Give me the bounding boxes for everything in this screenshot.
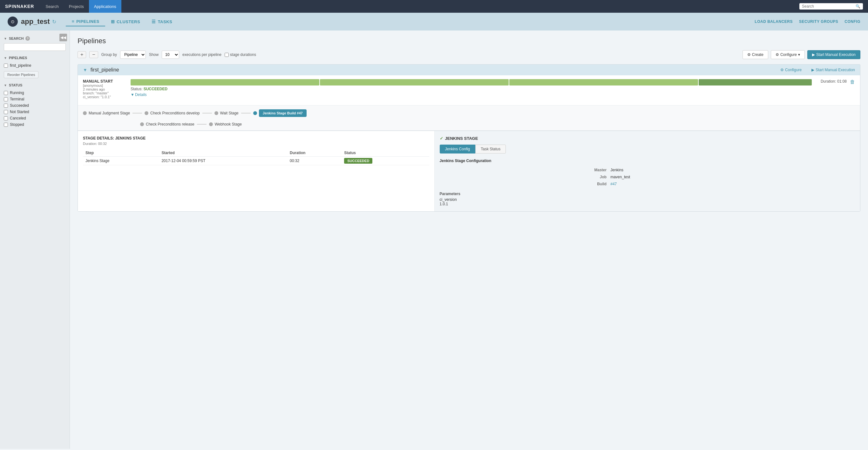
nav-search[interactable]: Search xyxy=(40,0,64,13)
group-by-select[interactable]: Pipeline xyxy=(120,51,146,59)
status-stopped-label[interactable]: Stopped xyxy=(10,122,24,127)
status-terminal-label[interactable]: Terminal xyxy=(10,97,24,101)
tab-pipelines[interactable]: ≡ PIPELINES xyxy=(66,17,105,26)
stage-node-2: Check Preconditions develop xyxy=(145,111,199,115)
pipeline-checkbox[interactable] xyxy=(4,64,8,68)
execution-branch: branch: "master" xyxy=(83,91,127,95)
param-value: 1.0.1 xyxy=(440,202,855,206)
row-status: SUCCEEDED xyxy=(342,157,429,165)
sidebar-collapse-button[interactable]: ◀◀ xyxy=(59,34,67,41)
status-section-header[interactable]: ▼ STATUS xyxy=(4,83,66,87)
pipeline-start-manual-link[interactable]: ▶ Start Manual Execution xyxy=(811,68,855,72)
task-status-tab[interactable]: Task Status xyxy=(475,145,506,153)
reorder-pipelines-button[interactable]: Reorder Pipelines xyxy=(4,71,38,78)
play-icon: ▶ xyxy=(812,53,815,57)
row-duration: 00:32 xyxy=(287,157,342,165)
chevron-down-icon: ▼ xyxy=(4,56,7,60)
pipeline-label[interactable]: first_pipeline xyxy=(10,63,31,68)
params-title: Parameters xyxy=(440,192,855,196)
toolbar-right: ⚙ Create ⚙ Configure ▾ ▶ Start Manual Ex… xyxy=(743,50,860,59)
tab-tasks[interactable]: ☰ TASKS xyxy=(146,17,178,26)
status-canceled-label[interactable]: Canceled xyxy=(10,116,26,120)
stage-details-panel: STAGE DETAILS: JENKINS STAGE Duration: 0… xyxy=(78,130,860,211)
stage-dot-2 xyxy=(145,111,148,115)
tab-clusters[interactable]: ⊞ CLUSTERS xyxy=(105,17,146,26)
chevron-down-icon: ▾ xyxy=(798,53,800,57)
chevron-down-icon: ▼ xyxy=(4,84,7,87)
stage-dot-4 xyxy=(140,122,144,126)
pipelines-icon: ≡ xyxy=(71,19,74,24)
progress-bar-4 xyxy=(699,79,812,86)
gear-icon: ⚙ xyxy=(780,68,784,72)
start-manual-execution-button[interactable]: ▶ Start Manual Execution xyxy=(807,50,860,59)
status-terminal-checkbox[interactable] xyxy=(4,97,8,101)
execution: MANUAL START [anonymous] 2 minutes ago b… xyxy=(78,75,860,106)
executions-per-pipeline-label: executions per pipeline xyxy=(182,53,221,57)
chevron-down-icon: ▼ xyxy=(131,92,134,97)
jenkins-config-tab[interactable]: Jenkins Config xyxy=(440,145,476,153)
build-value: #47 xyxy=(610,181,854,187)
build-link[interactable]: #47 xyxy=(610,182,617,186)
stage-dot-5 xyxy=(209,122,213,126)
row-step: Jenkins Stage xyxy=(83,157,159,165)
execution-header: MANUAL START [anonymous] 2 minutes ago b… xyxy=(83,79,855,99)
jenkins-stage-title: ✓ JENKINS STAGE xyxy=(440,136,855,141)
search-section-header[interactable]: ▼ SEARCH ? xyxy=(4,36,66,41)
delete-icon[interactable]: 🗑 xyxy=(850,79,855,85)
pipelines-section-header[interactable]: ▼ PIPELINES xyxy=(4,56,66,60)
security-groups-link[interactable]: SECURITY GROUPS xyxy=(799,20,838,24)
stage-durations-checkbox[interactable] xyxy=(225,53,229,57)
build-label: Build xyxy=(440,181,610,187)
execution-time: 2 minutes ago xyxy=(83,87,127,91)
execution-trigger: MANUAL START xyxy=(83,79,127,84)
progress-bar-1 xyxy=(131,79,319,86)
collapse-icon[interactable]: ▼ xyxy=(83,67,87,72)
execution-user: [anonymous] xyxy=(83,84,127,87)
status-stopped-checkbox[interactable] xyxy=(4,123,8,127)
master-value: Jenkins xyxy=(610,167,854,173)
status-succeeded-checkbox[interactable] xyxy=(4,103,8,108)
sub-navigation: ≡ PIPELINES ⊞ CLUSTERS ☰ TASKS xyxy=(66,17,178,26)
stage-node-1: Manual Judgment Stage xyxy=(83,111,130,115)
global-search-input[interactable] xyxy=(802,4,854,8)
stage-node-jenkins[interactable]: Jenkins Stage Build #47 xyxy=(253,109,307,117)
stage-details-duration: Duration: 00:32 xyxy=(83,142,429,146)
plus-icon: ⚙ xyxy=(747,53,751,57)
stage-durations-label[interactable]: stage durations xyxy=(225,53,256,57)
config-link[interactable]: CONFIG xyxy=(844,20,860,24)
create-button[interactable]: ⚙ Create xyxy=(743,50,768,59)
progress-bars xyxy=(131,79,812,86)
add-button[interactable]: + xyxy=(78,51,86,58)
status-section: ▼ STATUS Running Terminal Succeeded Not … xyxy=(0,81,69,130)
sub-header: ⊙ app_test ↻ ≡ PIPELINES ⊞ CLUSTERS ☰ TA… xyxy=(0,13,868,31)
stage-details-title: STAGE DETAILS: JENKINS STAGE xyxy=(83,136,429,141)
status-succeeded-label[interactable]: Succeeded xyxy=(10,103,29,108)
remove-button[interactable]: − xyxy=(89,51,98,58)
params-section: Parameters ci_version 1.0.1 xyxy=(440,192,855,206)
nav-applications[interactable]: Applications xyxy=(89,0,121,13)
status-running-checkbox[interactable] xyxy=(4,91,8,95)
execution-status: Status: SUCCEEDED xyxy=(131,87,812,91)
stage-dot-active xyxy=(253,111,257,115)
configure-button[interactable]: ⚙ Configure ▾ xyxy=(771,50,805,59)
details-link[interactable]: ▼ Details xyxy=(131,92,812,97)
status-not-started-checkbox[interactable] xyxy=(4,110,8,114)
refresh-icon[interactable]: ↻ xyxy=(52,19,56,25)
load-balancers-link[interactable]: LOAD BALANCERS xyxy=(754,20,793,24)
master-label: Master xyxy=(440,167,610,173)
col-started: Started xyxy=(159,149,287,157)
show-count-select[interactable]: 10 xyxy=(162,51,179,59)
nav-projects[interactable]: Projects xyxy=(64,0,89,13)
check-icon: ✓ xyxy=(440,136,443,141)
status-running-label[interactable]: Running xyxy=(10,91,24,95)
status-terminal: Terminal xyxy=(4,96,66,102)
status-not-started-label[interactable]: Not Started xyxy=(10,110,29,114)
sidebar-search-input[interactable] xyxy=(4,43,66,51)
status-canceled: Canceled xyxy=(4,115,66,121)
status-canceled-checkbox[interactable] xyxy=(4,116,8,120)
stage-node-4: Check Preconditions release xyxy=(140,122,194,126)
stage-connector xyxy=(241,113,251,114)
progress-bar-2 xyxy=(320,79,509,86)
stage-connector xyxy=(132,113,142,114)
pipeline-configure-link[interactable]: ⚙ Configure xyxy=(780,68,802,72)
